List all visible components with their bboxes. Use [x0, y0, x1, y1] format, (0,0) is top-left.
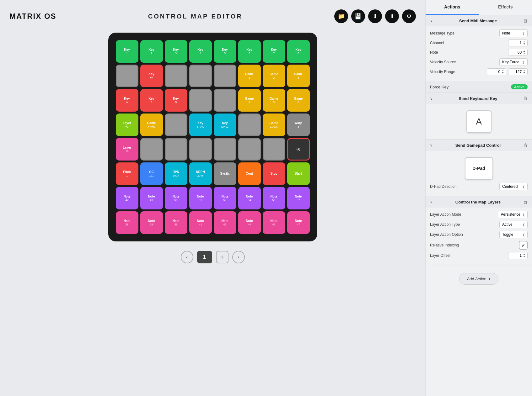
grid-cell-4-6[interactable] [263, 138, 285, 161]
tab-actions[interactable]: Actions [426, 0, 479, 15]
send-gamepad-collapse[interactable]: ∨ [430, 143, 433, 147]
grid-cell-3-7[interactable]: Warp3 [287, 114, 310, 136]
grid-cell-0-3[interactable]: Key4 [189, 40, 212, 63]
prev-page-btn[interactable]: ‹ [181, 251, 193, 263]
channel-input[interactable] [510, 41, 522, 45]
send-keyboard-collapse[interactable]: ∨ [430, 96, 433, 101]
grid-cell-3-5[interactable] [238, 114, 261, 136]
grid-cell-5-0[interactable]: Pitch1 [116, 162, 138, 185]
grid-cell-1-6[interactable]: Game2 [263, 65, 285, 87]
grid-cell-6-5[interactable]: Note54 [238, 187, 261, 209]
grid-cell-2-1[interactable]: KeyS [140, 89, 163, 112]
grid-cell-6-0[interactable]: Note47 [116, 187, 138, 209]
grid-cell-1-5[interactable]: Game1 [238, 65, 261, 87]
control-map-delete[interactable]: 🗑 [523, 199, 528, 204]
toolbar-load-btn[interactable]: 📁 [334, 9, 348, 23]
channel-down[interactable]: ▼ [523, 43, 525, 45]
toolbar-settings-btn[interactable]: ⚙ [402, 9, 416, 23]
grid-cell-1-1[interactable]: KeyW [140, 65, 163, 87]
grid-cell-7-2[interactable]: Note39 [165, 211, 187, 234]
dpad-box[interactable]: D-Pad [465, 157, 493, 180]
grid-cell-0-5[interactable]: Key6 [238, 40, 261, 63]
grid-cell-2-0[interactable]: KeyA [116, 89, 138, 112]
add-page-btn[interactable]: + [216, 251, 228, 263]
layer-action-option-select[interactable]: Toggle ❮ [499, 231, 528, 238]
layer-action-mode-select[interactable]: Persistence ❮ [498, 211, 528, 218]
grid-cell-2-6[interactable]: Game5 [263, 89, 285, 112]
grid-cell-4-4[interactable] [214, 138, 236, 161]
grid-cell-1-2[interactable] [165, 65, 187, 87]
toolbar-save-btn[interactable]: 💾 [351, 9, 365, 23]
grid-cell-7-4[interactable]: Note43 [214, 211, 236, 234]
toolbar-upload-btn[interactable]: ⬆ [385, 9, 399, 23]
grid-cell-4-5[interactable] [238, 138, 261, 161]
grid-cell-6-6[interactable]: Note56 [263, 187, 285, 209]
grid-cell-1-3[interactable] [189, 65, 212, 87]
velocity-max-number[interactable]: ▲ ▼ [508, 68, 528, 75]
grid-cell-1-0[interactable] [116, 65, 138, 87]
velocity-min-down[interactable]: ▼ [502, 72, 504, 74]
grid-cell-5-6[interactable]: Stop [263, 162, 285, 185]
send-gamepad-header[interactable]: ∨ Send Gamepad Control 🗑 [426, 140, 532, 151]
grid-cell-0-0[interactable]: Key1 [116, 40, 138, 63]
tab-effects[interactable]: Effects [479, 0, 532, 15]
grid-cell-6-1[interactable]: Note49 [140, 187, 163, 209]
control-map-collapse[interactable]: ∨ [430, 200, 433, 204]
velocity-min-input[interactable] [489, 70, 500, 74]
velocity-min-number[interactable]: ▲ ▼ [487, 68, 506, 75]
grid-cell-0-4[interactable]: Key5 [214, 40, 236, 63]
grid-cell-5-4[interactable]: SysEx [214, 162, 236, 185]
key-display[interactable]: A [466, 110, 492, 133]
next-page-btn[interactable]: › [232, 251, 245, 263]
grid-cell-3-3[interactable]: KeySPAC [189, 114, 212, 136]
grid-cell-6-7[interactable]: Note57 [287, 187, 310, 209]
grid-cell-2-4[interactable] [214, 89, 236, 112]
grid-cell-7-7[interactable]: Note47 [287, 211, 310, 234]
note-number[interactable]: ▲ ▼ [508, 49, 528, 56]
layer-offset-down[interactable]: ▼ [523, 256, 525, 258]
grid-cell-2-2[interactable]: KeyD [165, 89, 187, 112]
channel-number[interactable]: ▲ ▼ [508, 40, 528, 46]
control-map-header[interactable]: ∨ Control the Map Layers 🗑 [426, 196, 532, 208]
grid-cell-3-1[interactable]: GameX Axis [140, 114, 163, 136]
grid-cell-4-7[interactable]: (4) [287, 138, 310, 161]
grid-cell-6-3[interactable]: Note51 [189, 187, 212, 209]
grid-cell-3-0[interactable]: Layer+1 [116, 114, 138, 136]
send-midi-collapse[interactable]: ∨ [430, 18, 433, 23]
dpad-direction-select[interactable]: Centered ❮ [499, 183, 528, 190]
grid-cell-0-2[interactable]: Key3 [165, 40, 187, 63]
grid-cell-6-2[interactable]: Note50 [165, 187, 187, 209]
grid-cell-2-3[interactable] [189, 89, 212, 112]
send-keyboard-header[interactable]: ∨ Send Keyboard Key 🗑 [426, 93, 532, 104]
add-action-btn[interactable]: Add Action + [459, 273, 499, 285]
grid-cell-6-4[interactable]: Note53 [214, 187, 236, 209]
velocity-max-down[interactable]: ▼ [523, 72, 525, 74]
note-down[interactable]: ▼ [523, 52, 525, 55]
grid-cell-5-7[interactable]: Start [287, 162, 310, 185]
grid-cell-5-1[interactable]: CC121 [140, 162, 163, 185]
grid-cell-4-2[interactable] [165, 138, 187, 161]
velocity-source-select[interactable]: Key Force ❮ [499, 58, 528, 66]
grid-cell-5-3[interactable]: NRPN2048 [189, 162, 212, 185]
send-midi-header[interactable]: ∨ Send Midi Message 🗑 [426, 15, 532, 26]
toolbar-download-btn[interactable]: ⬇ [368, 9, 382, 23]
grid-cell-7-6[interactable]: Note46 [263, 211, 285, 234]
grid-cell-1-4[interactable] [214, 65, 236, 87]
grid-cell-7-1[interactable]: Note38 [140, 211, 163, 234]
grid-cell-0-1[interactable]: Key2 [140, 40, 163, 63]
grid-cell-0-6[interactable]: Key7 [263, 40, 285, 63]
layer-offset-number[interactable]: ▲ ▼ [508, 252, 528, 259]
grid-cell-7-5[interactable]: Note44 [238, 211, 261, 234]
grid-cell-7-3[interactable]: Note41 [189, 211, 212, 234]
grid-cell-2-7[interactable]: Game6 [287, 89, 310, 112]
grid-cell-3-2[interactable] [165, 114, 187, 136]
send-gamepad-delete[interactable]: 🗑 [523, 143, 528, 148]
message-type-select[interactable]: Note ❮ [499, 29, 528, 37]
grid-cell-5-5[interactable]: Cont [238, 162, 261, 185]
grid-cell-3-4[interactable]: KeySPAC [214, 114, 236, 136]
send-keyboard-delete[interactable]: 🗑 [523, 96, 528, 101]
grid-cell-3-6[interactable]: GameZ Axis [263, 114, 285, 136]
layer-offset-input[interactable] [510, 253, 522, 258]
grid-cell-7-0[interactable]: Note36 [116, 211, 138, 234]
grid-cell-4-3[interactable] [189, 138, 212, 161]
